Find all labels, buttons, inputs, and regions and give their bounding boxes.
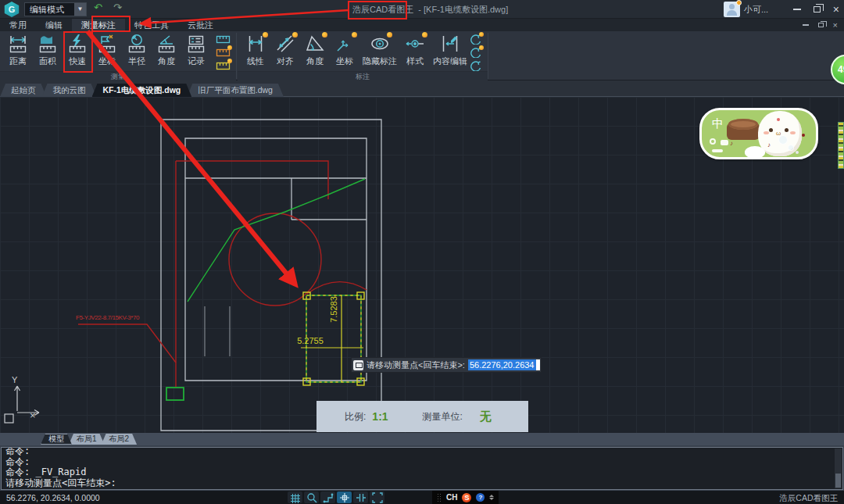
ribbon-tab-5[interactable]: 云批注 <box>178 19 223 31</box>
chevron-down-icon[interactable]: ▼ <box>74 3 86 16</box>
ime-status-icon[interactable] <box>710 138 716 145</box>
mini-ruler-icon[interactable] <box>216 34 231 45</box>
sogou-ime-icon[interactable]: S <box>462 493 471 502</box>
ribbon-button-dim-linear[interactable]: 线性 <box>241 32 270 71</box>
scrollbar-thumb[interactable] <box>835 474 841 488</box>
ribbon-button-dim-hidden[interactable]: 隐藏标注 <box>359 32 400 71</box>
restore-button[interactable] <box>814 6 821 13</box>
edit-mode-label: 编辑模式 <box>30 5 64 14</box>
mini-ruler-icon[interactable] <box>216 47 231 58</box>
ribbon-button-rapid[interactable]: 快速 <box>63 32 92 71</box>
ribbon-button-label: 坐标 <box>330 55 359 67</box>
dim-angle-icon <box>305 34 325 54</box>
doc-close-button[interactable]: × <box>833 21 838 29</box>
ime-keyboard-icon[interactable] <box>721 140 728 145</box>
unit-label: 测量单位: <box>423 410 463 424</box>
ribbon-tab-3[interactable]: 测量标注 <box>72 19 125 31</box>
layout-tab-布局1[interactable]: 布局1 <box>69 434 105 445</box>
ucs-y-label: Y <box>12 375 18 384</box>
mascot-bunny <box>745 146 765 158</box>
mini-ruler-icon[interactable] <box>216 60 231 71</box>
ime-mascot-panel[interactable]: 中 ω ♪ ♪ <box>699 108 818 159</box>
confetti-dot <box>802 134 805 137</box>
layout-tab-模型[interactable]: 模型 <box>41 434 72 445</box>
ime-help-icon[interactable]: ? <box>476 493 485 502</box>
undo-icon[interactable]: ↶ <box>94 2 102 13</box>
edit-mode-select[interactable]: 编辑模式 ▼ <box>24 2 87 16</box>
command-panel: 命令:命令:命令: _FV_Rapid请移动测量点<回车结束>: <box>0 445 844 491</box>
text-caret <box>536 359 540 370</box>
ribbon-button-area[interactable]: 面积 <box>33 32 63 71</box>
mascot-blush <box>790 131 796 134</box>
content-edit-icon <box>440 34 460 54</box>
ribbon-button-coord[interactable]: 坐标 <box>92 32 122 71</box>
ribbon-button-label: 记录 <box>181 55 211 67</box>
coordinate-value: 56.2276,20.2634 <box>468 359 536 370</box>
ribbon-button-dim-angle[interactable]: 角度 <box>300 32 330 71</box>
layout-tab-strip: 模型布局1布局2 <box>0 433 844 445</box>
statusbar-app-name: 浩辰CAD看图王 <box>779 493 838 504</box>
ribbon-button-dim-coord[interactable]: 坐标 <box>330 32 359 71</box>
ribbon-button-record[interactable]: 记录 <box>181 32 211 71</box>
unit-value[interactable]: 无 <box>480 409 492 424</box>
minimize-button[interactable] <box>793 9 801 10</box>
ribbon-tab-1[interactable]: 常用 <box>0 19 36 31</box>
coordinate-input[interactable]: 56.2276,20.2634 <box>468 359 540 370</box>
ribbon-button-angle[interactable]: 角度 <box>152 32 181 71</box>
grid-icon[interactable] <box>288 491 302 503</box>
redo-icon[interactable]: ↷ <box>113 2 122 13</box>
ime-language[interactable]: CH <box>446 493 457 502</box>
extents-icon[interactable] <box>370 491 384 503</box>
document-tab-1[interactable]: 起始页 <box>0 84 47 97</box>
ribbon-button-dim-aligned[interactable]: 对齐 <box>270 32 300 71</box>
title-bar: G 编辑模式 ▼ ↶↷ 浩辰CAD看图王 - [KF-1电缆敷设图.dwg] 小… <box>0 0 844 19</box>
window-title: 浩辰CAD看图王 - [KF-1电缆敷设图.dwg] <box>350 4 508 16</box>
ribbon-tab-4[interactable]: 特色工具 <box>125 19 178 31</box>
mini-arc-icon[interactable] <box>467 47 483 58</box>
zoom-icon[interactable] <box>304 491 319 503</box>
ribbon-button-distance[interactable]: 距离 <box>3 32 33 71</box>
confetti-dot <box>777 118 780 121</box>
ribbon-button-dim-style[interactable]: 样式 <box>400 32 430 71</box>
document-tab-3[interactable]: KF-1电缆敷设图.dwg <box>92 84 192 97</box>
scale-panel: 比例: 1:1 测量单位: 无 <box>316 401 528 432</box>
music-note-art: ♪ <box>767 141 771 148</box>
avatar[interactable] <box>724 2 740 17</box>
doc-restore-button[interactable] <box>818 23 824 27</box>
polyline-icon[interactable] <box>320 491 335 503</box>
ribbon-button-radius[interactable]: 半径 <box>122 32 152 71</box>
dim-aligned-icon <box>275 34 295 54</box>
mini-arc-icon[interactable] <box>467 34 483 45</box>
command-history[interactable]: 命令:命令:命令: _FV_Rapid请移动测量点<回车结束>: <box>1 447 843 490</box>
mascot-eye <box>769 128 773 132</box>
dim-vertical-value: 7.5283 <box>329 296 338 323</box>
ime-mode-indicator[interactable]: 中 <box>712 116 724 131</box>
close-button[interactable]: × <box>833 4 839 15</box>
dynamic-input-tooltip: 请移动测量点<回车结束>: 56.2276,20.2634 <box>352 358 541 372</box>
command-scrollbar[interactable] <box>835 449 842 488</box>
mini-arc-icon[interactable] <box>467 60 483 71</box>
ribbon-tab-2[interactable]: 编辑 <box>36 19 72 31</box>
snap-bars-icon[interactable] <box>353 491 368 503</box>
status-bar: 56.2276, 20.2634, 0.0000 CH S ? 浩辰CAD看图王 <box>0 491 844 504</box>
music-note-art: ♪ <box>730 140 733 147</box>
edge-mini-toolbar[interactable] <box>838 122 844 169</box>
scale-value[interactable]: 1:1 <box>372 410 388 423</box>
document-tab-4[interactable]: 旧厂平面布置图.dwg <box>187 84 284 97</box>
ime-toolbar-icon[interactable] <box>712 149 723 152</box>
scale-label: 比例: <box>345 410 366 424</box>
ime-menu-icon[interactable] <box>489 495 494 500</box>
ime-grip-icon[interactable] <box>437 493 442 502</box>
application-window: G 编辑模式 ▼ ↶↷ 浩辰CAD看图王 - [KF-1电缆敷设图.dwg] 小… <box>0 0 844 504</box>
group-separator <box>236 33 237 79</box>
layout-tab-布局2[interactable]: 布局2 <box>102 434 138 445</box>
document-tab-2[interactable]: 我的云图 <box>42 84 97 97</box>
doc-minimize-button[interactable] <box>803 24 809 26</box>
user-account[interactable]: 小可... <box>724 2 768 17</box>
dim-coord-icon <box>334 34 355 54</box>
crosshair-icon[interactable] <box>337 491 352 503</box>
group-separator <box>488 33 488 79</box>
ime-toolbar[interactable]: CH S ? <box>432 491 499 504</box>
green-route-lines <box>166 179 365 400</box>
ribbon-button-content-edit[interactable]: 内容编辑 <box>430 32 470 71</box>
